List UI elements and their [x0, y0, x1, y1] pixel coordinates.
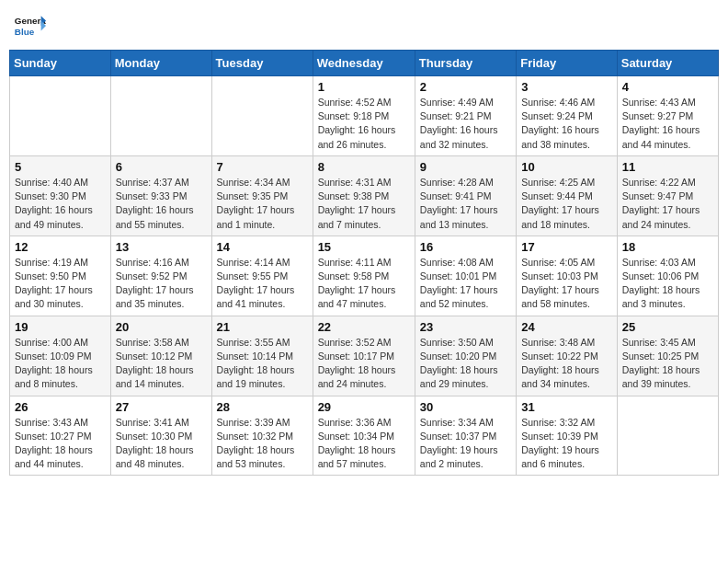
calendar-day-cell: 2Sunrise: 4:49 AM Sunset: 9:21 PM Daylig…: [415, 76, 516, 156]
calendar-week-row: 26Sunrise: 3:43 AM Sunset: 10:27 PM Dayl…: [10, 396, 719, 476]
calendar-day-cell: 14Sunrise: 4:14 AM Sunset: 9:55 PM Dayli…: [211, 236, 313, 316]
day-info: Sunrise: 3:43 AM Sunset: 10:27 PM Daylig…: [15, 416, 106, 472]
calendar-day-cell: 28Sunrise: 3:39 AM Sunset: 10:32 PM Dayl…: [211, 396, 313, 476]
day-number: 1: [318, 80, 410, 94]
day-number: 3: [521, 80, 612, 94]
day-info: Sunrise: 4:52 AM Sunset: 9:18 PM Dayligh…: [318, 96, 410, 152]
day-number: 29: [318, 400, 410, 414]
calendar-day-cell: 22Sunrise: 3:52 AM Sunset: 10:17 PM Dayl…: [313, 316, 415, 396]
day-info: Sunrise: 4:31 AM Sunset: 9:38 PM Dayligh…: [318, 176, 410, 232]
day-info: Sunrise: 4:19 AM Sunset: 9:50 PM Dayligh…: [15, 256, 106, 312]
calendar-day-cell: 11Sunrise: 4:22 AM Sunset: 9:47 PM Dayli…: [617, 155, 718, 236]
day-info: Sunrise: 4:22 AM Sunset: 9:47 PM Dayligh…: [622, 176, 713, 232]
calendar-week-row: 12Sunrise: 4:19 AM Sunset: 9:50 PM Dayli…: [10, 236, 719, 316]
day-info: Sunrise: 3:36 AM Sunset: 10:34 PM Daylig…: [318, 416, 410, 472]
calendar-day-cell: 27Sunrise: 3:41 AM Sunset: 10:30 PM Dayl…: [110, 396, 211, 476]
calendar-day-cell: [110, 76, 211, 156]
day-info: Sunrise: 4:16 AM Sunset: 9:52 PM Dayligh…: [116, 256, 207, 312]
day-info: Sunrise: 3:41 AM Sunset: 10:30 PM Daylig…: [116, 416, 207, 472]
calendar-week-row: 1Sunrise: 4:52 AM Sunset: 9:18 PM Daylig…: [10, 76, 719, 156]
calendar-day-cell: 20Sunrise: 3:58 AM Sunset: 10:12 PM Dayl…: [110, 316, 211, 396]
logo-icon: General Blue: [13, 9, 46, 42]
day-number: 31: [521, 400, 612, 414]
calendar-day-cell: 13Sunrise: 4:16 AM Sunset: 9:52 PM Dayli…: [110, 236, 211, 316]
calendar-day-cell: 1Sunrise: 4:52 AM Sunset: 9:18 PM Daylig…: [313, 76, 415, 156]
day-info: Sunrise: 3:52 AM Sunset: 10:17 PM Daylig…: [318, 336, 410, 392]
calendar-day-cell: 26Sunrise: 3:43 AM Sunset: 10:27 PM Dayl…: [10, 396, 111, 476]
calendar-day-cell: 21Sunrise: 3:55 AM Sunset: 10:14 PM Dayl…: [211, 316, 313, 396]
day-info: Sunrise: 4:14 AM Sunset: 9:55 PM Dayligh…: [217, 256, 308, 312]
day-number: 22: [318, 320, 410, 334]
day-number: 25: [622, 320, 713, 334]
calendar-day-cell: 8Sunrise: 4:31 AM Sunset: 9:38 PM Daylig…: [313, 155, 415, 236]
day-number: 2: [420, 80, 511, 94]
calendar-day-cell: 31Sunrise: 3:32 AM Sunset: 10:39 PM Dayl…: [517, 396, 618, 476]
calendar-header-row: SundayMondayTuesdayWednesdayThursdayFrid…: [10, 51, 719, 76]
calendar-week-row: 5Sunrise: 4:40 AM Sunset: 9:30 PM Daylig…: [10, 155, 719, 236]
day-number: 6: [116, 160, 207, 174]
day-number: 12: [15, 240, 106, 254]
day-of-week-header: Friday: [517, 51, 618, 76]
page-header: General Blue: [9, 9, 719, 42]
day-number: 21: [217, 320, 308, 334]
calendar-day-cell: 18Sunrise: 4:03 AM Sunset: 10:06 PM Dayl…: [617, 236, 718, 316]
day-info: Sunrise: 4:00 AM Sunset: 10:09 PM Daylig…: [15, 336, 106, 392]
day-info: Sunrise: 4:03 AM Sunset: 10:06 PM Daylig…: [622, 256, 713, 312]
day-number: 30: [420, 400, 511, 414]
day-of-week-header: Wednesday: [313, 51, 415, 76]
logo: General Blue: [13, 9, 46, 42]
day-info: Sunrise: 3:32 AM Sunset: 10:39 PM Daylig…: [521, 416, 612, 472]
day-info: Sunrise: 4:11 AM Sunset: 9:58 PM Dayligh…: [318, 256, 410, 312]
day-of-week-header: Sunday: [10, 51, 111, 76]
day-of-week-header: Thursday: [415, 51, 516, 76]
calendar-day-cell: 6Sunrise: 4:37 AM Sunset: 9:33 PM Daylig…: [110, 155, 211, 236]
day-info: Sunrise: 4:25 AM Sunset: 9:44 PM Dayligh…: [521, 176, 612, 232]
day-number: 15: [318, 240, 410, 254]
day-info: Sunrise: 3:45 AM Sunset: 10:25 PM Daylig…: [622, 336, 713, 392]
calendar-day-cell: 16Sunrise: 4:08 AM Sunset: 10:01 PM Dayl…: [415, 236, 516, 316]
day-info: Sunrise: 3:34 AM Sunset: 10:37 PM Daylig…: [420, 416, 511, 472]
calendar-day-cell: 7Sunrise: 4:34 AM Sunset: 9:35 PM Daylig…: [211, 155, 313, 236]
day-info: Sunrise: 4:49 AM Sunset: 9:21 PM Dayligh…: [420, 96, 511, 152]
day-number: 11: [622, 160, 713, 174]
calendar-day-cell: 15Sunrise: 4:11 AM Sunset: 9:58 PM Dayli…: [313, 236, 415, 316]
day-number: 10: [521, 160, 612, 174]
day-number: 23: [420, 320, 511, 334]
calendar-day-cell: 23Sunrise: 3:50 AM Sunset: 10:20 PM Dayl…: [415, 316, 516, 396]
day-info: Sunrise: 4:37 AM Sunset: 9:33 PM Dayligh…: [116, 176, 207, 232]
day-info: Sunrise: 3:58 AM Sunset: 10:12 PM Daylig…: [116, 336, 207, 392]
day-info: Sunrise: 3:55 AM Sunset: 10:14 PM Daylig…: [217, 336, 308, 392]
calendar-day-cell: 9Sunrise: 4:28 AM Sunset: 9:41 PM Daylig…: [415, 155, 516, 236]
day-number: 19: [15, 320, 106, 334]
day-number: 24: [521, 320, 612, 334]
day-info: Sunrise: 3:39 AM Sunset: 10:32 PM Daylig…: [217, 416, 308, 472]
calendar-day-cell: 30Sunrise: 3:34 AM Sunset: 10:37 PM Dayl…: [415, 396, 516, 476]
day-info: Sunrise: 3:50 AM Sunset: 10:20 PM Daylig…: [420, 336, 511, 392]
day-number: 26: [15, 400, 106, 414]
day-number: 8: [318, 160, 410, 174]
day-info: Sunrise: 4:05 AM Sunset: 10:03 PM Daylig…: [521, 256, 612, 312]
day-info: Sunrise: 4:40 AM Sunset: 9:30 PM Dayligh…: [15, 176, 106, 232]
calendar-day-cell: [211, 76, 313, 156]
calendar-day-cell: [10, 76, 111, 156]
day-of-week-header: Saturday: [617, 51, 718, 76]
day-number: 13: [116, 240, 207, 254]
day-info: Sunrise: 3:48 AM Sunset: 10:22 PM Daylig…: [521, 336, 612, 392]
day-number: 17: [521, 240, 612, 254]
calendar-day-cell: 12Sunrise: 4:19 AM Sunset: 9:50 PM Dayli…: [10, 236, 111, 316]
day-number: 16: [420, 240, 511, 254]
day-info: Sunrise: 4:34 AM Sunset: 9:35 PM Dayligh…: [217, 176, 308, 232]
calendar-day-cell: 25Sunrise: 3:45 AM Sunset: 10:25 PM Dayl…: [617, 316, 718, 396]
calendar-day-cell: 29Sunrise: 3:36 AM Sunset: 10:34 PM Dayl…: [313, 396, 415, 476]
calendar-day-cell: 4Sunrise: 4:43 AM Sunset: 9:27 PM Daylig…: [617, 76, 718, 156]
day-number: 27: [116, 400, 207, 414]
day-number: 4: [622, 80, 713, 94]
day-number: 20: [116, 320, 207, 334]
day-info: Sunrise: 4:46 AM Sunset: 9:24 PM Dayligh…: [521, 96, 612, 152]
day-number: 7: [217, 160, 308, 174]
day-number: 18: [622, 240, 713, 254]
day-number: 5: [15, 160, 106, 174]
calendar-day-cell: [617, 396, 718, 476]
calendar-day-cell: 5Sunrise: 4:40 AM Sunset: 9:30 PM Daylig…: [10, 155, 111, 236]
calendar-day-cell: 3Sunrise: 4:46 AM Sunset: 9:24 PM Daylig…: [517, 76, 618, 156]
